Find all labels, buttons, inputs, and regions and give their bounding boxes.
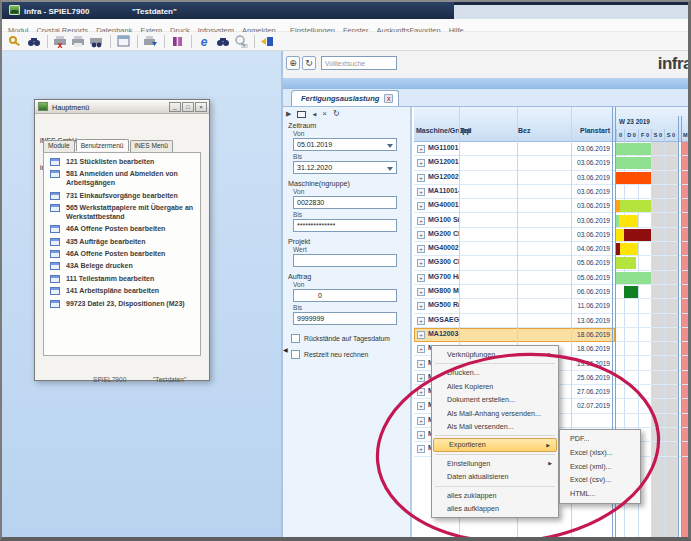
- table-row[interactable]: +MG12001 Härt03.06.2019: [414, 156, 689, 170]
- table-row[interactable]: +MG100 Säge-03.06.2019: [414, 214, 689, 228]
- context-menu-item-als-mail-anhang-versenden[interactable]: Als Mail-Anhang versenden...: [432, 407, 558, 420]
- table-row[interactable]: +MG200 CNC-03.06.2019: [414, 228, 689, 242]
- field-auftrag-von[interactable]: 0: [293, 289, 397, 302]
- binoculars-icon[interactable]: [25, 34, 42, 49]
- hauptmenu-item-99723[interactable]: 99723 Datei 23, Dispositionen (M23): [49, 300, 197, 309]
- field-projekt-wert[interactable]: [293, 254, 397, 267]
- exit-module-icon[interactable]: [259, 34, 276, 49]
- expand-icon[interactable]: +: [417, 231, 425, 239]
- expand-icon[interactable]: +: [417, 417, 425, 425]
- hauptmenu-item-111[interactable]: 111 Teilestamm bearbeiten: [49, 275, 197, 284]
- hauptmenu-tab-ines-menü[interactable]: iNES Menü: [130, 140, 173, 152]
- field-maschine-ngruppe-von[interactable]: 0022830: [293, 196, 397, 209]
- hauptmenu-item-121[interactable]: 121 Stücklisten bearbeiten: [49, 158, 197, 167]
- checkbox-rückstände-auf-tagesdatum[interactable]: Rückstände auf Tagesdatum: [291, 334, 390, 343]
- expand-icon[interactable]: +: [417, 402, 425, 410]
- sql-search-icon[interactable]: SQL: [232, 34, 249, 49]
- hauptmenu-item-46a[interactable]: 46A Offene Posten bearbeiten: [49, 250, 197, 259]
- help-book-icon[interactable]: [169, 34, 186, 49]
- expand-icon[interactable]: +: [417, 245, 425, 253]
- context-menu-item-drucken[interactable]: Drucken...: [432, 366, 558, 379]
- tab-close-icon[interactable]: x: [384, 94, 393, 103]
- print-setup-icon[interactable]: [142, 34, 159, 49]
- hauptmenu-title-bar[interactable]: Hauptmenü _ □ ×: [35, 100, 209, 114]
- hauptmenu-item-141[interactable]: 141 Arbeitspläne bearbeiten: [49, 287, 197, 296]
- expand-icon[interactable]: +: [417, 317, 425, 325]
- context-menu-item-alles-zuklappen[interactable]: alles zuklappen: [432, 489, 558, 502]
- context-menu-item-daten-aktualisieren[interactable]: Daten aktualisieren: [432, 470, 558, 483]
- add-view-button[interactable]: ⊕: [286, 56, 300, 70]
- checkbox-box[interactable]: [291, 350, 300, 359]
- print-icon[interactable]: [70, 34, 87, 49]
- key-icon[interactable]: [7, 34, 24, 49]
- expand-icon[interactable]: +: [417, 288, 425, 296]
- hauptmenu-item-581[interactable]: 581 Anmelden und Abmelden von Arbeitsgän…: [49, 170, 197, 188]
- hauptmenu-item-46a[interactable]: 46A Offene Posten bearbeiten: [49, 225, 197, 234]
- expand-icon[interactable]: +: [417, 374, 425, 382]
- table-row[interactable]: +MG700 Härter05.06.2019: [414, 271, 689, 285]
- expand-icon[interactable]: +: [417, 188, 425, 196]
- hauptmenu-item-43a[interactable]: 43A Belege drucken: [49, 262, 197, 271]
- field-zeitraum-von[interactable]: 05.01.2019: [293, 138, 397, 151]
- expand-icon[interactable]: +: [417, 445, 425, 453]
- expand-icon[interactable]: +: [417, 159, 425, 167]
- table-row[interactable]: +MG300 CNC-05.06.2019: [414, 256, 689, 270]
- table-row[interactable]: +MG40002 Mon04.06.2019: [414, 242, 689, 256]
- expand-icon[interactable]: +: [417, 202, 425, 210]
- refresh-icon[interactable]: ↻: [333, 109, 340, 119]
- column-header-planstart[interactable]: Planstart: [572, 127, 610, 134]
- expand-icon[interactable]: +: [417, 331, 425, 339]
- table-row[interactable]: +MG12002 Sch03.06.2019: [414, 171, 689, 185]
- column-header-bez[interactable]: Bez: [518, 127, 530, 134]
- internet-explorer-icon[interactable]: e: [196, 34, 213, 49]
- expand-icon[interactable]: +: [417, 174, 425, 182]
- refresh-button[interactable]: ↻: [302, 56, 316, 70]
- expand-icon[interactable]: +: [417, 274, 425, 282]
- checkbox-restzeit-neu-rechnen[interactable]: Restzeit neu rechnen: [291, 350, 368, 359]
- expand-icon[interactable]: +: [417, 360, 425, 368]
- context-menu-item-als-mail-versenden[interactable]: Als Mail versenden...: [432, 420, 558, 433]
- expand-icon[interactable]: +: [417, 345, 425, 353]
- hauptmenu-item-731[interactable]: 731 Einkaufsvorgänge bearbeiten: [49, 192, 197, 201]
- export-option-pdf[interactable]: PDF...: [560, 432, 640, 446]
- table-row[interactable]: +MG11001 Sta03.06.2019: [414, 142, 689, 156]
- expand-icon[interactable]: +: [417, 302, 425, 310]
- table-row[interactable]: +MG800 Monta06.06.2019: [414, 285, 689, 299]
- print-preview-icon[interactable]: [88, 34, 105, 49]
- checkbox-box[interactable]: [291, 334, 300, 343]
- context-menu-item-einstellungen[interactable]: Einstellungen▶: [432, 457, 558, 470]
- table-row[interactable]: +MG40001 Auf03.06.2019: [414, 199, 689, 213]
- binoculars-icon-2[interactable]: [214, 34, 231, 49]
- expand-icon[interactable]: +: [417, 145, 425, 153]
- context-menu-item-alles-aufklappen[interactable]: alles aufklappen: [432, 502, 558, 515]
- form-window-icon[interactable]: [115, 34, 132, 49]
- expand-icon[interactable]: +: [417, 259, 425, 267]
- hauptmenu-tab-benutzermenü[interactable]: Benutzermenü: [76, 139, 129, 151]
- hauptmenu-tab-module[interactable]: Module: [43, 140, 75, 152]
- context-menu-item-verknüpfungen[interactable]: Verknüpfungen▶: [432, 348, 558, 361]
- play-icon[interactable]: ▶: [286, 109, 291, 119]
- export-option-excel-csv[interactable]: Excel (csv)...: [560, 473, 640, 487]
- context-menu-item-exportieren[interactable]: Exportieren▶: [433, 438, 557, 451]
- field-auftrag-bis[interactable]: 9999999: [293, 312, 397, 325]
- clear-icon[interactable]: ×: [322, 109, 327, 119]
- table-row[interactable]: +MA11001-01 S03.06.2019: [414, 185, 689, 199]
- print-delete-icon[interactable]: x: [52, 34, 69, 49]
- field-zeitraum-bis[interactable]: 31.12.2020: [293, 161, 397, 174]
- back-icon[interactable]: ◀: [312, 109, 316, 119]
- close-button[interactable]: ×: [195, 102, 207, 112]
- panel-collapse-arrow[interactable]: ◀: [283, 346, 288, 353]
- expand-icon[interactable]: +: [417, 217, 425, 225]
- maximize-button[interactable]: □: [182, 102, 194, 112]
- context-menu-item-dokument-erstellen[interactable]: Dokument erstellen...: [432, 393, 558, 406]
- hauptmenu-item-435[interactable]: 435 Aufträge bearbeiten: [49, 238, 197, 247]
- hauptmenu-item-565[interactable]: 565 Werkstattpapiere mit Übergabe an Wer…: [49, 204, 197, 222]
- tab-fertigungsauslastung[interactable]: Fertigungsauslastung x: [291, 90, 399, 106]
- table-row[interactable]: +MGSAEGEN13.06.2019: [414, 314, 689, 328]
- search-input[interactable]: [321, 56, 397, 70]
- export-option-html[interactable]: HTML...: [560, 487, 640, 501]
- field-maschine-ngruppe-bis[interactable]: **************: [293, 219, 397, 232]
- column-header-teil[interactable]: Teil: [460, 127, 472, 134]
- table-row[interactable]: +MA12003-0118.06.2019: [414, 328, 689, 342]
- context-menu-item-alles-kopieren[interactable]: Alles Kopieren: [432, 380, 558, 393]
